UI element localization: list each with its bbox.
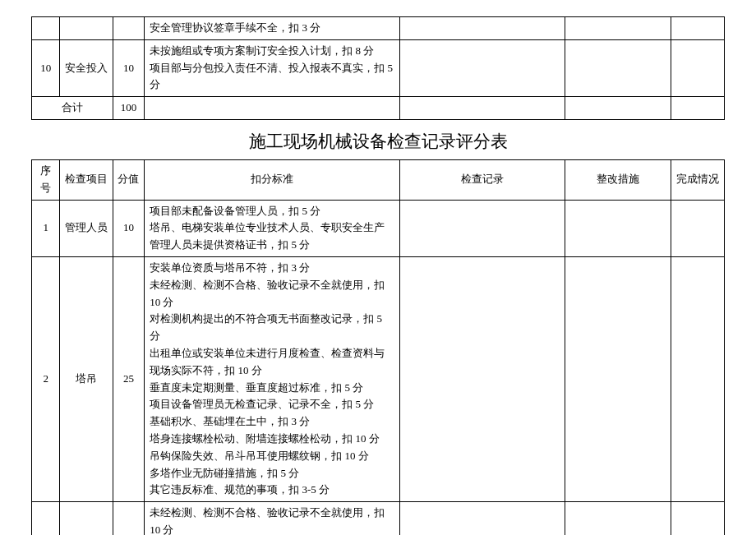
record-cell (399, 502, 565, 535)
cell (565, 39, 671, 96)
total-score: 100 (113, 97, 144, 120)
criteria-cell: 项目部未配备设备管理人员，扣 5 分塔吊、电梯安装单位专业技术人员、专职安全生产… (145, 200, 400, 256)
header-criteria: 扣分标准 (145, 159, 400, 200)
header-row: 序号 检查项目 分值 扣分标准 检查记录 整改措施 完成情况 (32, 159, 725, 200)
upper-fragment-table: 安全管理协议签章手续不全，扣 3 分 10 安全投入 10 未按施组或专项方案制… (31, 16, 725, 120)
table-row: 10 安全投入 10 未按施组或专项方案制订安全投入计划，扣 8 分项目部与分包… (32, 39, 725, 96)
page-title: 施工现场机械设备检查记录评分表 (31, 120, 725, 159)
criteria-cell: 安全管理协议签章手续不全，扣 3 分 (145, 17, 400, 40)
header-remedy: 整改措施 (565, 159, 671, 200)
table-row: 3施工电梯15未经检测、检测不合格、验收记录不全就使用，扣 10 分防坠器超过年… (32, 502, 725, 535)
header-record: 检查记录 (399, 159, 565, 200)
item-cell: 管理人员 (60, 200, 113, 256)
remedy-cell (565, 502, 671, 535)
main-table: 序号 检查项目 分值 扣分标准 检查记录 整改措施 完成情况 1管理人员10项目… (31, 159, 725, 535)
cell (399, 39, 565, 96)
criteria-cell: 未按施组或专项方案制订安全投入计划，扣 8 分项目部与分包投入责任不清、投入报表… (145, 39, 400, 96)
cell (671, 39, 725, 96)
cell (671, 17, 725, 40)
cell (565, 17, 671, 40)
criteria-cell: 未经检测、检测不合格、验收记录不全就使用，扣 10 分防坠器超过年检期限未及时检… (145, 502, 400, 535)
cell (671, 97, 725, 120)
seq-cell: 3 (32, 502, 60, 535)
item-cell: 安全投入 (60, 39, 113, 96)
score-cell: 10 (113, 39, 144, 96)
header-seq: 序号 (32, 159, 60, 200)
header-score: 分值 (113, 159, 144, 200)
table-row: 1管理人员10项目部未配备设备管理人员，扣 5 分塔吊、电梯安装单位专业技术人员… (32, 200, 725, 256)
done-cell (671, 502, 725, 535)
item-cell: 塔吊 (60, 256, 113, 501)
cell (113, 17, 144, 40)
done-cell (671, 200, 725, 256)
seq-cell: 10 (32, 39, 60, 96)
criteria-cell: 安装单位资质与塔吊不符，扣 3 分未经检测、检测不合格、验收记录不全就使用，扣 … (145, 256, 400, 501)
item-cell: 施工电梯 (60, 502, 113, 535)
score-cell: 15 (113, 502, 144, 535)
cell (399, 97, 565, 120)
remedy-cell (565, 200, 671, 256)
record-cell (399, 200, 565, 256)
cell (32, 17, 60, 40)
total-row: 合计 100 (32, 97, 725, 120)
header-item: 检查项目 (60, 159, 113, 200)
table-row: 安全管理协议签章手续不全，扣 3 分 (32, 17, 725, 40)
cell (60, 17, 113, 40)
cell (399, 17, 565, 40)
seq-cell: 2 (32, 256, 60, 501)
cell (145, 97, 400, 120)
score-cell: 25 (113, 256, 144, 501)
remedy-cell (565, 256, 671, 501)
record-cell (399, 256, 565, 501)
header-done: 完成情况 (671, 159, 725, 200)
score-cell: 10 (113, 200, 144, 256)
total-label: 合计 (32, 97, 113, 120)
seq-cell: 1 (32, 200, 60, 256)
table-row: 2塔吊25安装单位资质与塔吊不符，扣 3 分未经检测、检测不合格、验收记录不全就… (32, 256, 725, 501)
cell (565, 97, 671, 120)
done-cell (671, 256, 725, 501)
